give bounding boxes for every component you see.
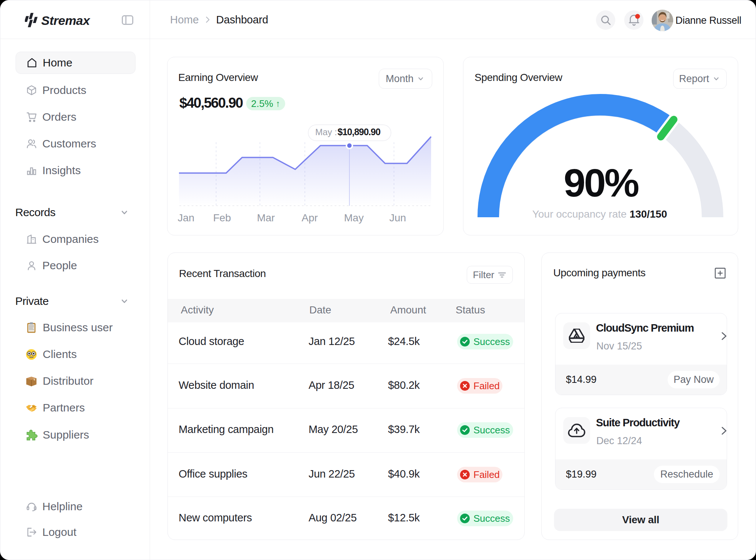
svg-text:Jun: Jun: [389, 212, 406, 224]
svg-text:$10,890.90: $10,890.90: [338, 127, 380, 137]
svg-text:Apr: Apr: [302, 212, 318, 224]
svg-text:90%: 90%: [564, 161, 639, 205]
svg-text:Your occupancy rate 130/150: Your occupancy rate 130/150: [532, 208, 667, 220]
svg-text:May :: May :: [315, 127, 337, 137]
svg-text:Feb: Feb: [213, 212, 231, 224]
svg-text:May: May: [344, 212, 364, 224]
svg-text:Mar: Mar: [257, 212, 275, 224]
svg-text:Jan: Jan: [177, 212, 194, 224]
